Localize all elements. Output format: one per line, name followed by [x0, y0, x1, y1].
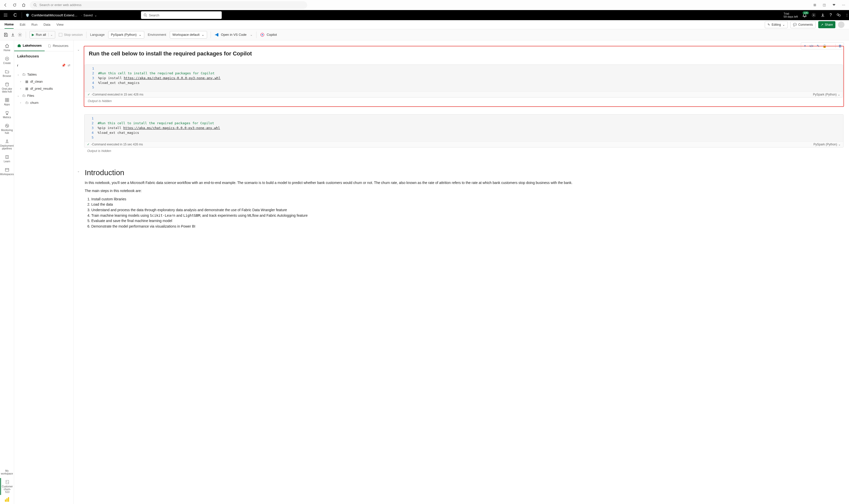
- tab-run[interactable]: Run: [32, 21, 38, 29]
- feedback-icon[interactable]: [836, 13, 841, 17]
- tab-edit[interactable]: Edit: [20, 21, 25, 29]
- language-label: Language: [90, 33, 105, 37]
- more-icon[interactable]: ⋯: [841, 2, 847, 8]
- extensions-icon[interactable]: ⊞: [812, 2, 818, 8]
- notifications-button[interactable]: 125: [802, 13, 807, 17]
- tab-data[interactable]: Data: [44, 21, 50, 29]
- app-launcher-icon[interactable]: [2, 12, 8, 18]
- panel-tab-lakehouses[interactable]: Lakehouses: [14, 40, 45, 51]
- svg-point-7: [4, 16, 5, 17]
- nav-workspaces[interactable]: Workspaces: [1, 166, 13, 177]
- nav-monitoring[interactable]: Monitoring hub: [1, 122, 13, 136]
- language-dropdown[interactable]: PySpark (Python) ⌄: [108, 31, 144, 39]
- tree-folder-churn[interactable]: › 🗀 churn: [16, 99, 71, 106]
- nav-onelake[interactable]: OneLake data hub: [1, 80, 13, 94]
- chevron-down-icon[interactable]: ⌄: [250, 33, 253, 37]
- cell-language-selector[interactable]: PySpark (Python) ⌄: [813, 143, 841, 146]
- home-icon: [4, 43, 10, 48]
- share-icon: ↗: [821, 23, 823, 26]
- svg-point-0: [34, 3, 36, 6]
- svg-point-5: [5, 15, 6, 16]
- folder-icon: [4, 69, 10, 74]
- tree-tables[interactable]: ⌄ 🗀 Tables: [16, 71, 71, 78]
- search-icon: [33, 3, 37, 7]
- check-icon: ✓: [87, 143, 89, 146]
- nav-home[interactable]: Home: [1, 42, 13, 53]
- environment-dropdown[interactable]: Workspace default ⌄: [170, 31, 207, 39]
- persona-avatar[interactable]: [838, 21, 845, 28]
- download-icon[interactable]: [820, 13, 825, 17]
- copilot-button[interactable]: Copilot: [260, 33, 277, 37]
- table-icon: ▦: [25, 79, 29, 84]
- global-search[interactable]: Search: [141, 11, 222, 19]
- nav-apps[interactable]: Apps: [1, 96, 13, 107]
- tab-view[interactable]: View: [56, 21, 64, 29]
- pencil-icon: ✎: [767, 23, 770, 26]
- save-icon[interactable]: [3, 33, 8, 37]
- nav-my-workspace[interactable]: My workspace: [1, 468, 13, 476]
- refresh-button[interactable]: [12, 2, 18, 8]
- notebook-cell-1[interactable]: Run the cell below to install the requir…: [84, 46, 844, 107]
- trial-status: Trial: 59 days left: [784, 12, 798, 18]
- svg-rect-20: [5, 100, 7, 102]
- cell-status-bar: ✓ -Command executed in 15 sec 426 ms PyS…: [85, 91, 843, 97]
- chevron-down-icon: ⌄: [202, 33, 204, 37]
- apps-icon: [4, 97, 10, 103]
- comments-button[interactable]: 💬 Comments: [790, 21, 816, 28]
- split-screen-icon[interactable]: ◫: [821, 2, 827, 8]
- svg-point-6: [6, 15, 7, 16]
- nav-browse[interactable]: Browse: [1, 68, 13, 79]
- cell-collapse-icon[interactable]: ⌄: [77, 169, 80, 173]
- svg-rect-19: [7, 98, 9, 100]
- tree-files[interactable]: ⌄ 🗀 Files: [16, 92, 71, 99]
- monitor-icon: [4, 123, 10, 128]
- check-icon: ✓: [88, 93, 90, 96]
- nav-create[interactable]: Create: [1, 55, 13, 66]
- breadcrumb[interactable]: 🛡️ Confidential\Microsoft Extend…: [25, 13, 77, 17]
- chevron-down-icon: ⌄: [838, 143, 841, 146]
- home-button[interactable]: [21, 2, 27, 8]
- settings-icon[interactable]: [18, 33, 22, 37]
- svg-rect-27: [8, 497, 9, 502]
- tree-table-dfclean[interactable]: › ▦ df_clean: [16, 78, 71, 85]
- settings-icon[interactable]: [811, 13, 816, 17]
- run-all-button[interactable]: ▶ Run all ⌄: [30, 31, 55, 39]
- panel-search-input[interactable]: [17, 64, 59, 67]
- svg-rect-23: [5, 168, 9, 171]
- nav-metrics[interactable]: Metrics: [1, 109, 13, 120]
- output-hidden-label[interactable]: Output is hidden: [84, 97, 844, 104]
- download-icon[interactable]: [11, 33, 15, 37]
- pin-icon[interactable]: 📌: [62, 64, 66, 67]
- search-icon: [143, 13, 147, 17]
- cell-collapse-icon[interactable]: ⌄: [77, 48, 80, 51]
- chevron-down-icon[interactable]: ⌄: [48, 33, 53, 37]
- nav-current-notebook[interactable]: Customer churn-513: [0, 478, 13, 495]
- code-editor[interactable]: 1 2#Run this cell to install the require…: [85, 115, 843, 141]
- account-icon[interactable]: ⋮: [846, 13, 847, 17]
- open-vscode-button[interactable]: Open in VS Code ⌄: [214, 33, 253, 37]
- nav-learn[interactable]: Learn: [1, 153, 13, 164]
- chevron-down-icon: ⌄: [139, 33, 141, 37]
- trophy-icon: [4, 110, 10, 115]
- favorites-icon[interactable]: ❤: [831, 2, 837, 8]
- chevron-down-icon: ⌄: [838, 93, 840, 96]
- back-button[interactable]: [2, 2, 8, 8]
- code-editor[interactable]: 1 2#Run this cell to install the require…: [85, 65, 843, 91]
- url-bar[interactable]: Search or enter web address: [30, 1, 307, 9]
- powerbi-icon[interactable]: [4, 497, 10, 503]
- folder-icon: 🗀: [22, 93, 26, 97]
- tab-home[interactable]: Home: [4, 20, 14, 29]
- nav-pipelines[interactable]: Deployment pipelines: [1, 137, 13, 151]
- share-button[interactable]: ↗ Share: [818, 21, 835, 28]
- save-status[interactable]: · Saved ⌄: [81, 13, 97, 17]
- help-icon[interactable]: ?: [830, 13, 832, 17]
- notebook-cell-2[interactable]: 1 2#Run this cell to install the require…: [84, 114, 844, 154]
- stop-session-button[interactable]: Stop session: [59, 33, 83, 37]
- cell-status-bar: ✓ -Command executed in 15 sec 426 ms PyS…: [85, 141, 843, 147]
- tree-table-dfpred[interactable]: › ▦ df_pred_results: [16, 85, 71, 92]
- editing-mode-button[interactable]: ✎ Editing ⌄: [765, 21, 788, 28]
- output-hidden-label[interactable]: Output is hidden: [84, 147, 844, 154]
- panel-tab-resources[interactable]: Resources: [45, 40, 71, 51]
- cell-language-selector[interactable]: PySpark (Python) ⌄: [813, 93, 840, 96]
- sync-icon[interactable]: ⇄: [68, 64, 70, 67]
